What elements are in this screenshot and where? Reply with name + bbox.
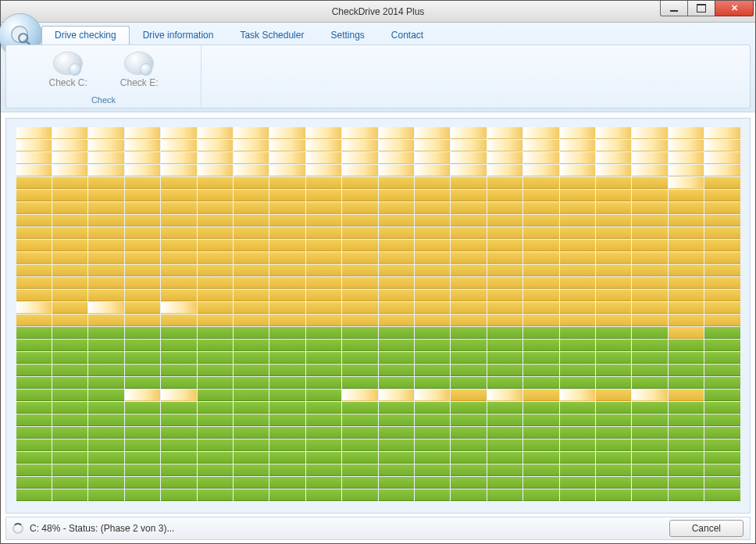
grid-cell (16, 464, 52, 476)
grid-cell (632, 290, 667, 301)
grid-cell (669, 464, 704, 476)
grid-cell (704, 389, 740, 401)
grid-cell (125, 265, 160, 276)
grid-cell (704, 452, 740, 464)
grid-cell (596, 315, 631, 326)
grid-cell (125, 414, 160, 426)
grid-cell (451, 202, 486, 214)
grid-cell (269, 389, 305, 401)
grid-cell (415, 327, 450, 339)
grid-cell (669, 177, 704, 189)
grid-cell (52, 439, 87, 451)
grid-cell (198, 177, 233, 189)
grid-cell (52, 202, 87, 214)
grid-cell (125, 215, 160, 226)
grid-cell (306, 427, 341, 439)
grid-cell (560, 377, 595, 389)
grid-cell (234, 340, 269, 351)
grid-cell (88, 190, 123, 201)
grid-cell (487, 127, 522, 139)
grid-cell (16, 202, 52, 214)
grid-cell (451, 227, 486, 239)
grid-cell (632, 240, 667, 251)
grid-cell (669, 240, 704, 251)
grid-cell (596, 202, 631, 214)
grid-cell (161, 402, 196, 414)
grid-row (16, 189, 740, 201)
grid-cell (632, 477, 667, 489)
close-button[interactable] (715, 1, 754, 16)
check-e-button[interactable]: Check E: (116, 50, 163, 90)
grid-cell (125, 402, 160, 414)
check-c-button[interactable]: Check C: (44, 50, 91, 90)
grid-cell (596, 265, 631, 276)
grid-cell (269, 464, 305, 476)
grid-cell (269, 427, 305, 439)
grid-cell (669, 152, 704, 164)
grid-cell (269, 202, 305, 214)
grid-cell (342, 302, 377, 314)
maximize-button[interactable] (687, 1, 715, 16)
grid-cell (415, 302, 450, 314)
grid-row (16, 239, 740, 251)
grid-cell (161, 315, 196, 326)
hard-drive-icon (124, 52, 154, 75)
grid-cell (234, 327, 269, 339)
grid-cell (269, 402, 305, 414)
grid-row (16, 201, 740, 214)
grid-cell (704, 327, 740, 339)
grid-cell (198, 215, 233, 226)
grid-cell (269, 327, 305, 339)
grid-cell (596, 327, 631, 339)
grid-cell (161, 414, 196, 426)
grid-cell (523, 165, 558, 176)
tab-settings[interactable]: Settings (317, 26, 377, 44)
grid-cell (379, 140, 414, 151)
grid-cell (632, 190, 667, 201)
grid-cell (669, 389, 704, 401)
grid-cell (52, 327, 87, 339)
cancel-button[interactable]: Cancel (669, 520, 744, 537)
grid-row (16, 164, 740, 176)
grid-cell (161, 452, 196, 464)
grid-cell (269, 140, 305, 151)
grid-cell (415, 152, 450, 164)
grid-cell (451, 215, 486, 226)
grid-cell (523, 302, 558, 314)
grid-cell (415, 215, 450, 226)
grid-cell (669, 489, 704, 501)
grid-cell (379, 252, 414, 264)
grid-cell (125, 302, 160, 314)
grid-cell (52, 252, 87, 264)
tab-drive-checking[interactable]: Drive checking (41, 26, 130, 44)
grid-cell (198, 277, 233, 289)
grid-cell (88, 140, 123, 151)
grid-cell (632, 427, 667, 439)
grid-cell (234, 140, 269, 151)
grid-cell (269, 190, 305, 201)
minimize-button[interactable] (660, 1, 688, 16)
grid-cell (161, 377, 196, 389)
grid-cell (161, 352, 196, 364)
grid-cell (342, 340, 377, 351)
grid-cell (632, 140, 667, 151)
tab-drive-information[interactable]: Drive information (130, 26, 227, 44)
grid-cell (560, 202, 595, 214)
grid-cell (342, 290, 377, 301)
grid-cell (52, 152, 87, 164)
grid-cell (669, 277, 704, 289)
tab-contact[interactable]: Contact (378, 26, 437, 44)
grid-cell (16, 452, 52, 464)
grid-cell (161, 140, 196, 151)
grid-cell (523, 265, 558, 276)
grid-cell (234, 252, 269, 264)
grid-cell (161, 290, 196, 301)
grid-cell (52, 277, 87, 289)
grid-cell (161, 489, 196, 501)
grid-cell (669, 315, 704, 326)
tab-task-scheduler[interactable]: Task Scheduler (226, 26, 317, 44)
grid-cell (632, 489, 667, 501)
grid-cell (632, 402, 667, 414)
grid-cell (669, 190, 704, 201)
titlebar: CheckDrive 2014 Plus (1, 1, 755, 23)
